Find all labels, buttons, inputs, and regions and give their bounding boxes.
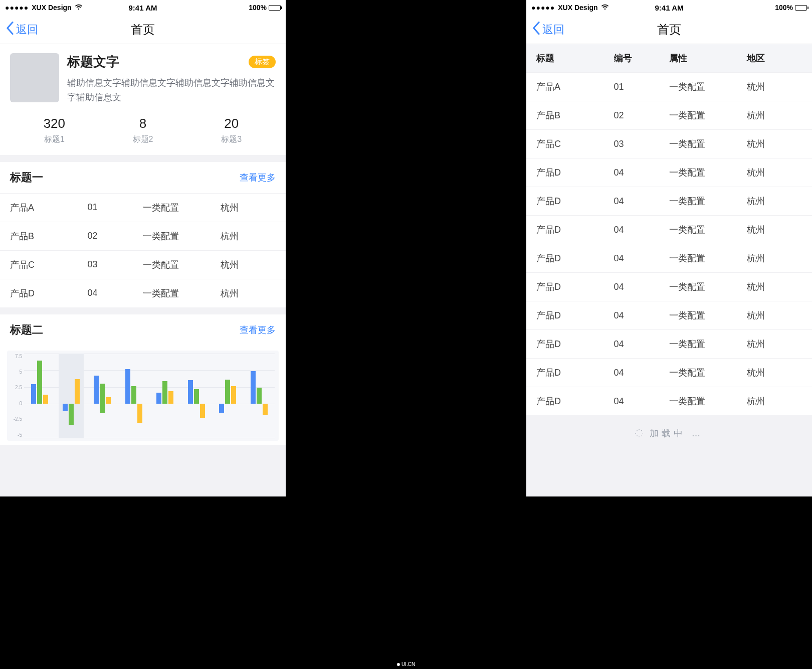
cell: 一类配置 [669,309,747,321]
table-row[interactable]: 产品C03一类配置杭州 [0,250,286,279]
bar-group[interactable] [149,354,181,438]
cell: 一类配置 [143,287,221,299]
th-number: 编号 [614,52,669,64]
y-axis-labels: 7.552.50-2.5-5 [9,354,22,438]
section-title: 标题一 [10,170,43,185]
cell: 杭州 [221,230,276,242]
bar-C [137,404,142,423]
stat-label: 标题1 [44,134,65,145]
cell: 产品D [536,166,614,179]
table-row[interactable]: 产品D04一类配置杭州 [526,301,812,329]
cell: 04 [614,196,669,207]
cell: 04 [614,253,669,264]
loading-label: 加载中 … [650,427,703,439]
bar-C [200,404,205,418]
cell: 一类配置 [669,166,747,179]
stat-value: 8 [139,116,146,131]
bar-group[interactable] [118,354,150,438]
table-row[interactable]: 产品D04一类配置杭州 [526,329,812,358]
bar-group[interactable] [181,354,213,438]
battery-percent-label: 100% [249,4,267,12]
bar-group[interactable] [87,354,118,438]
bar-A [251,371,256,404]
bar-group[interactable] [56,354,87,438]
bar-group[interactable] [24,354,56,438]
section-title: 标题二 [10,322,43,338]
chevron-left-icon [532,22,540,38]
thumbnail-image [10,53,59,102]
cell: 产品A [536,81,614,93]
bar-C [43,395,48,404]
stat-3[interactable]: 20 标题3 [187,116,276,145]
carrier-label: XUX Design [32,4,71,12]
cell: 杭州 [747,81,802,93]
table-row[interactable]: 产品D04一类配置杭州 [526,272,812,301]
more-link[interactable]: 查看更多 [240,324,276,336]
table-row[interactable]: 产品B02一类配置杭州 [0,222,286,250]
bar-A [94,376,99,404]
watermark-label: UI.CN [401,661,415,667]
table-row[interactable]: 产品D04一类配置杭州 [526,387,812,415]
stat-1[interactable]: 320 标题1 [10,116,99,145]
bar-B [37,361,42,404]
cell: 04 [614,282,669,292]
cell: 一类配置 [143,230,221,242]
cell: 产品D [536,195,614,207]
bar-A [188,380,193,404]
cell: 04 [614,310,669,321]
cell: 杭州 [747,367,802,379]
cell: 一类配置 [143,202,221,214]
stat-value: 20 [224,116,239,131]
back-label: 返回 [542,22,564,37]
watermark-badge: UI.CN [393,660,419,668]
section-gap [0,307,286,314]
table-row[interactable]: 产品D04一类配置杭州 [526,158,812,187]
stat-2[interactable]: 8 标题2 [99,116,187,145]
cell: 一类配置 [669,367,747,379]
cell: 01 [88,202,143,213]
table-row[interactable]: 产品C03一类配置杭州 [526,129,812,158]
cell: 一类配置 [669,338,747,350]
bar-B [257,388,262,404]
table-row[interactable]: 产品D04一类配置杭州 [526,215,812,244]
tag-badge: 标签 [249,56,276,68]
bar-group[interactable] [212,354,244,438]
cell: 04 [614,368,669,378]
card-title: 标题文字 [67,53,119,71]
cell: 杭州 [747,281,802,293]
cell: 杭州 [747,338,802,350]
table-row[interactable]: 产品B02一类配置杭州 [526,101,812,129]
cell: 产品B [10,230,88,242]
bar-chart[interactable]: 7.552.50-2.5-5 [7,351,279,441]
chevron-left-icon [6,22,14,38]
cell: 产品C [10,259,88,271]
table-row[interactable]: 产品A01一类配置杭州 [0,193,286,222]
signal-dots-icon: ●●●●● [5,4,29,12]
cell: 一类配置 [669,281,747,293]
bar-group[interactable] [244,354,275,438]
table-row[interactable]: 产品D04一类配置杭州 [526,244,812,272]
cell: 产品A [10,202,88,214]
bar-A [125,369,130,404]
table-row[interactable]: 产品D04一类配置杭州 [526,358,812,387]
cell: 04 [614,339,669,350]
cell: 一类配置 [669,252,747,264]
cell: 杭州 [747,138,802,150]
table-row[interactable]: 产品A01一类配置杭州 [526,72,812,101]
table-row[interactable]: 产品D04一类配置杭州 [0,279,286,307]
back-button[interactable]: 返回 [6,22,38,38]
cell: 一类配置 [669,138,747,150]
bar-A [219,404,224,412]
bar-B [100,384,105,413]
back-button[interactable]: 返回 [532,22,564,38]
battery-icon [795,5,807,11]
table-row[interactable]: 产品D04一类配置杭州 [526,187,812,215]
more-link[interactable]: 查看更多 [240,172,276,184]
cell: 一类配置 [669,224,747,236]
section-2-header: 标题二 查看更多 [0,314,286,346]
signal-dots-icon: ●●●●● [531,4,555,12]
cell: 一类配置 [669,395,747,407]
cell: 杭州 [747,395,802,407]
screen-right: ●●●●● XUX Design 9:41 AM 100% 返回 首页 标题 编… [526,0,812,496]
cell: 一类配置 [669,195,747,207]
